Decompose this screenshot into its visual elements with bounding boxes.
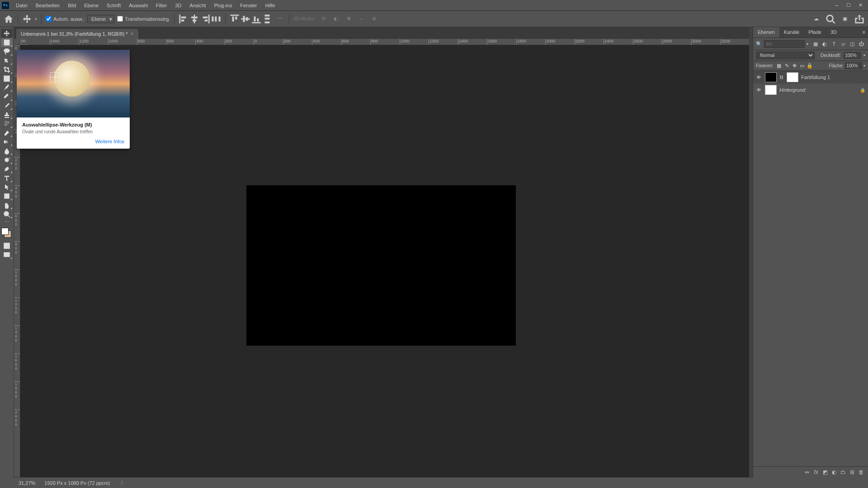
menu-filter[interactable]: Filter <box>152 1 171 9</box>
menu-3d[interactable]: 3D <box>171 1 185 9</box>
layer-thumbnail[interactable] <box>765 85 777 95</box>
stamp-tool[interactable] <box>1 110 13 119</box>
link-layers-icon[interactable]: ⇔ <box>803 468 811 476</box>
docinfo-menu-icon[interactable]: 〉 <box>121 479 126 486</box>
lock-pixels-icon[interactable]: ✎ <box>783 63 790 69</box>
zoom-tool[interactable] <box>1 210 13 219</box>
eraser-tool[interactable] <box>1 128 13 137</box>
frame-tool[interactable] <box>1 74 13 83</box>
menu-select[interactable]: Auswahl <box>125 1 152 9</box>
blur-tool[interactable] <box>1 146 13 155</box>
canvas[interactable] <box>246 185 516 346</box>
healing-tool[interactable] <box>1 92 13 101</box>
menu-file[interactable]: Datei <box>12 1 32 9</box>
new-layer-icon[interactable]: ⊞ <box>848 468 856 476</box>
window-maximize-button[interactable]: ☐ <box>843 1 854 10</box>
chevron-down-icon[interactable]: ▾ <box>863 64 865 68</box>
tooltip-learn-more-link[interactable]: Weitere Infos <box>22 139 124 144</box>
layer-visibility-icon[interactable]: 👁 <box>755 86 762 94</box>
menu-help[interactable]: Hilfe <box>261 1 279 9</box>
hand-tool[interactable] <box>1 201 13 210</box>
window-minimize-button[interactable]: ─ <box>831 1 843 10</box>
color-swatches[interactable] <box>1 228 12 239</box>
layer-row[interactable]: 👁 Hintergrund 🔒 <box>753 84 868 96</box>
adjustment-layer-icon[interactable]: ◐ <box>830 468 838 476</box>
filter-shape-icon[interactable]: ▱ <box>840 40 847 48</box>
zoom-level[interactable]: 31,27% <box>19 480 35 486</box>
filter-toggle-icon[interactable]: ⏻ <box>858 40 865 48</box>
shape-tool[interactable] <box>1 192 13 201</box>
filter-pixel-icon[interactable]: ▦ <box>812 40 819 48</box>
chevron-down-icon[interactable]: ▾ <box>35 17 37 21</box>
panel-menu-icon[interactable]: ≡ <box>860 27 868 38</box>
lock-icon[interactable]: 🔒 <box>860 88 866 93</box>
ruler-origin[interactable] <box>14 39 20 45</box>
move-tool-preset-icon[interactable] <box>22 14 32 24</box>
document-tab[interactable]: Unbenannt-1 bei 31,3% (Farbfüllung 1, RG… <box>16 29 138 39</box>
filter-smartobj-icon[interactable]: ◫ <box>849 40 856 48</box>
canvas-viewport[interactable] <box>20 45 753 477</box>
layer-name[interactable]: Farbfüllung 1 <box>801 75 830 80</box>
tab-layers[interactable]: Ebenen <box>753 27 779 38</box>
layer-row[interactable]: 👁 ⛓ Farbfüllung 1 <box>753 71 868 84</box>
pen-tool[interactable] <box>1 164 13 174</box>
gradient-tool[interactable] <box>1 137 13 146</box>
move-tool[interactable] <box>1 29 13 38</box>
document-info[interactable]: 1920 Px x 1080 Px (72 ppcm) <box>44 480 110 486</box>
chevron-down-icon[interactable]: ▾ <box>807 42 808 46</box>
eyedropper-tool[interactable] <box>1 83 13 92</box>
lock-transparent-icon[interactable]: ▦ <box>776 63 782 69</box>
menu-layer[interactable]: Ebene <box>80 1 103 9</box>
layer-visibility-icon[interactable]: 👁 <box>755 74 762 81</box>
layer-mask-icon[interactable]: ◩ <box>821 468 829 476</box>
opacity-input[interactable] <box>844 52 861 59</box>
document-tab-close-icon[interactable]: × <box>131 31 134 37</box>
window-close-button[interactable]: ✕ <box>854 1 866 10</box>
search-icon[interactable] <box>826 14 835 24</box>
layer-link-icon[interactable]: ⛓ <box>779 75 784 80</box>
tab-paths[interactable]: Pfade <box>804 27 826 38</box>
panel-dock-collapsed[interactable] <box>749 27 753 477</box>
align-center-h-icon[interactable] <box>189 14 199 24</box>
transform-controls-checkbox[interactable]: Transformationsstrg. <box>117 16 170 22</box>
align-bottom-icon[interactable] <box>251 14 261 24</box>
fill-input[interactable] <box>845 62 862 69</box>
crop-tool[interactable] <box>1 65 13 74</box>
path-select-tool[interactable] <box>1 183 13 192</box>
type-tool[interactable] <box>1 174 13 183</box>
workspace-icon[interactable]: ▣ <box>840 14 850 24</box>
ruler-horizontal[interactable]: 00 1400 1200 1000 800 600 400 200 0 200 … <box>20 39 753 45</box>
layer-name[interactable]: Hintergrund <box>779 87 805 93</box>
menu-plugins[interactable]: Plug-ins <box>210 1 236 9</box>
menu-type[interactable]: Schrift <box>103 1 125 9</box>
lock-position-icon[interactable]: ✥ <box>791 63 797 69</box>
menu-edit[interactable]: Bearbeiten <box>32 1 64 9</box>
menu-window[interactable]: Fenster <box>236 1 261 9</box>
align-right-icon[interactable] <box>200 14 210 24</box>
auto-select-target-dropdown[interactable]: Ebene <box>87 15 114 23</box>
lock-all-icon[interactable]: 🔒 <box>807 63 813 69</box>
foreground-color-swatch[interactable] <box>1 228 9 235</box>
menu-image[interactable]: Bild <box>64 1 80 9</box>
screen-mode-icon[interactable] <box>1 250 13 259</box>
cloud-status-icon[interactable]: ☁ <box>811 14 821 24</box>
dodge-tool[interactable] <box>1 155 13 164</box>
distribute-v-icon[interactable] <box>262 14 272 24</box>
more-align-icon[interactable]: ⋯ <box>275 14 285 24</box>
chevron-down-icon[interactable]: ▾ <box>863 53 865 57</box>
quick-select-tool[interactable] <box>1 56 13 65</box>
filter-adjust-icon[interactable]: ◐ <box>821 40 828 48</box>
auto-select-check[interactable] <box>46 16 52 22</box>
auto-select-checkbox[interactable]: Autom. ausw.: <box>46 16 85 22</box>
layer-group-icon[interactable]: 🗀 <box>839 468 847 476</box>
brush-tool[interactable] <box>1 101 13 110</box>
share-icon[interactable] <box>854 14 864 24</box>
edit-toolbar-icon[interactable]: ⋯ <box>1 219 13 225</box>
filter-type-icon[interactable]: T <box>830 40 838 48</box>
align-top-icon[interactable] <box>230 14 240 24</box>
align-left-icon[interactable] <box>179 14 189 24</box>
marquee-tool[interactable] <box>1 38 13 47</box>
tab-channels[interactable]: Kanäle <box>779 27 804 38</box>
layer-thumbnail[interactable] <box>765 72 777 82</box>
layer-style-icon[interactable]: fx <box>812 468 820 476</box>
